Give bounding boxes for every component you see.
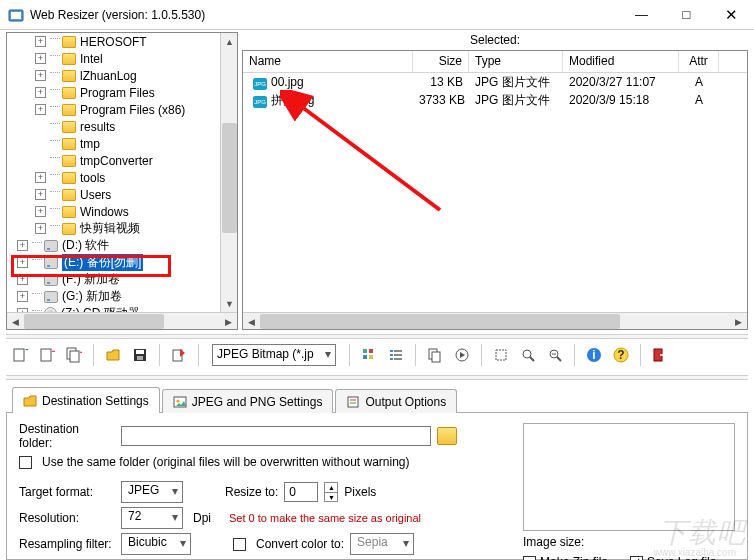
resize-input[interactable]	[284, 482, 318, 502]
save-button[interactable]	[128, 343, 152, 367]
same-folder-checkbox[interactable]	[19, 456, 32, 469]
expand-icon[interactable]	[35, 223, 46, 234]
tree-item[interactable]: Users	[7, 186, 237, 203]
tree-scroll-thumb[interactable]	[222, 123, 237, 233]
tree-item[interactable]: tools	[7, 169, 237, 186]
tab-jpeg-png[interactable]: JPEG and PNG Settings	[162, 389, 334, 413]
expand-icon[interactable]	[35, 104, 46, 115]
add-file-button[interactable]: +	[8, 343, 32, 367]
expand-icon[interactable]	[17, 291, 28, 302]
format-combo[interactable]: JPEG Bitmap (*.jp	[212, 344, 336, 366]
tree-item[interactable]: results	[7, 118, 237, 135]
col-size[interactable]: Size	[413, 51, 469, 72]
make-zip-checkbox[interactable]	[523, 556, 536, 561]
zoom-button[interactable]	[516, 343, 540, 367]
tree-item-label: (G:) 新加卷	[62, 288, 122, 305]
scroll-left-icon[interactable]: ◀	[243, 313, 260, 330]
open-button[interactable]	[101, 343, 125, 367]
svg-rect-17	[369, 355, 373, 359]
tree-item[interactable]: lZhuanLog	[7, 67, 237, 84]
file-row[interactable]: JPG拼接.jpg3733 KBJPG 图片文件2020/3/9 15:18A	[243, 91, 747, 109]
tree-hscroll[interactable]: ◀ ▶	[7, 312, 237, 329]
list-hscroll[interactable]: ◀ ▶	[243, 312, 747, 329]
tree-item[interactable]: Program Files	[7, 84, 237, 101]
expand-icon[interactable]	[17, 240, 28, 251]
window-title: Web Resizer (version: 1.0.5.530)	[30, 8, 619, 22]
target-format-value: JPEG	[128, 483, 159, 497]
file-size: 3733 KB	[413, 93, 469, 107]
expand-icon[interactable]	[35, 189, 46, 200]
expand-icon[interactable]	[35, 206, 46, 217]
tree-item[interactable]: Program Files (x86)	[7, 101, 237, 118]
tree-item[interactable]: (F:) 新加卷	[7, 271, 237, 288]
file-list-header[interactable]: Name Size Type Modified Attr	[243, 51, 747, 73]
tree-item[interactable]: (E:) 备份[勿删]	[7, 254, 237, 271]
svg-rect-5	[41, 349, 51, 361]
expand-icon[interactable]	[35, 53, 46, 64]
file-row[interactable]: JPG00.jpg13 KBJPG 图片文件2020/3/27 11:07A	[243, 73, 747, 91]
scroll-down-icon[interactable]: ▼	[221, 295, 238, 312]
spinner-icon[interactable]: ▲▼	[324, 482, 338, 502]
svg-rect-19	[394, 350, 402, 352]
expand-icon[interactable]	[17, 257, 28, 268]
col-type[interactable]: Type	[469, 51, 563, 72]
tree-item[interactable]: Windows	[7, 203, 237, 220]
save-log-checkbox[interactable]	[630, 556, 643, 561]
tab-output[interactable]: Output Options	[335, 389, 457, 413]
col-attr[interactable]: Attr	[679, 51, 719, 72]
tree-item[interactable]: HEROSOFT	[7, 33, 237, 50]
run-button[interactable]	[167, 343, 191, 367]
crop-button[interactable]	[489, 343, 513, 367]
tree-item[interactable]: (G:) 新加卷	[7, 288, 237, 305]
close-button[interactable]: ✕	[709, 0, 754, 29]
tab-destination[interactable]: Destination Settings	[12, 387, 160, 413]
expand-icon[interactable]	[35, 87, 46, 98]
copy-button[interactable]	[423, 343, 447, 367]
scroll-left-icon[interactable]: ◀	[7, 313, 24, 330]
remove-all-button[interactable]: −	[62, 343, 86, 367]
tree-vscroll[interactable]: ▲ ▼	[220, 33, 237, 312]
remove-file-button[interactable]: −	[35, 343, 59, 367]
tree-item[interactable]: Intel	[7, 50, 237, 67]
scroll-right-icon[interactable]: ▶	[730, 313, 747, 330]
resample-combo[interactable]: Bicubic	[121, 533, 191, 555]
help-button[interactable]: ?	[609, 343, 633, 367]
info-button[interactable]: i	[582, 343, 606, 367]
play-button[interactable]	[450, 343, 474, 367]
col-name[interactable]: Name	[243, 51, 413, 72]
folder-tree[interactable]: HEROSOFTIntellZhuanLogProgram FilesProgr…	[7, 33, 237, 329]
file-name: 00.jpg	[271, 75, 304, 89]
col-modified[interactable]: Modified	[563, 51, 679, 72]
view-icons-button[interactable]	[357, 343, 381, 367]
convert-color-checkbox[interactable]	[233, 538, 246, 551]
expand-icon[interactable]	[35, 36, 46, 47]
resolution-combo[interactable]: 72	[121, 507, 183, 529]
zoom-out-button[interactable]	[543, 343, 567, 367]
expand-icon[interactable]	[35, 70, 46, 81]
maximize-button[interactable]: □	[664, 0, 709, 29]
scroll-up-icon[interactable]: ▲	[221, 33, 238, 50]
browse-folder-button[interactable]	[437, 427, 457, 445]
toolbar: + − − JPEG Bitmap (*.jp i ?	[0, 339, 754, 371]
minimize-button[interactable]: —	[619, 0, 664, 29]
tree-item[interactable]: 快剪辑视频	[7, 220, 237, 237]
target-format-combo[interactable]: JPEG	[121, 481, 183, 503]
tree-item[interactable]: tmp	[7, 135, 237, 152]
scroll-right-icon[interactable]: ▶	[220, 313, 237, 330]
expand-icon[interactable]	[17, 274, 28, 285]
tree-item[interactable]: (D:) 软件	[7, 237, 237, 254]
exit-button[interactable]	[648, 343, 672, 367]
file-list-panel: Name Size Type Modified Attr JPG00.jpg13…	[242, 50, 748, 330]
tree-hscroll-thumb[interactable]	[24, 314, 164, 329]
tree-item[interactable]: tmpConverter	[7, 152, 237, 169]
folder-icon	[62, 138, 76, 150]
convert-color-value: Sepia	[357, 535, 388, 549]
tree-spacer	[35, 138, 46, 149]
convert-color-combo[interactable]: Sepia	[350, 533, 414, 555]
list-hscroll-thumb[interactable]	[260, 314, 620, 329]
expand-icon[interactable]	[35, 172, 46, 183]
view-list-button[interactable]	[384, 343, 408, 367]
jpg-file-icon: JPG	[253, 78, 267, 90]
dest-folder-input[interactable]	[121, 426, 431, 446]
file-list-body[interactable]: JPG00.jpg13 KBJPG 图片文件2020/3/27 11:07AJP…	[243, 73, 747, 109]
